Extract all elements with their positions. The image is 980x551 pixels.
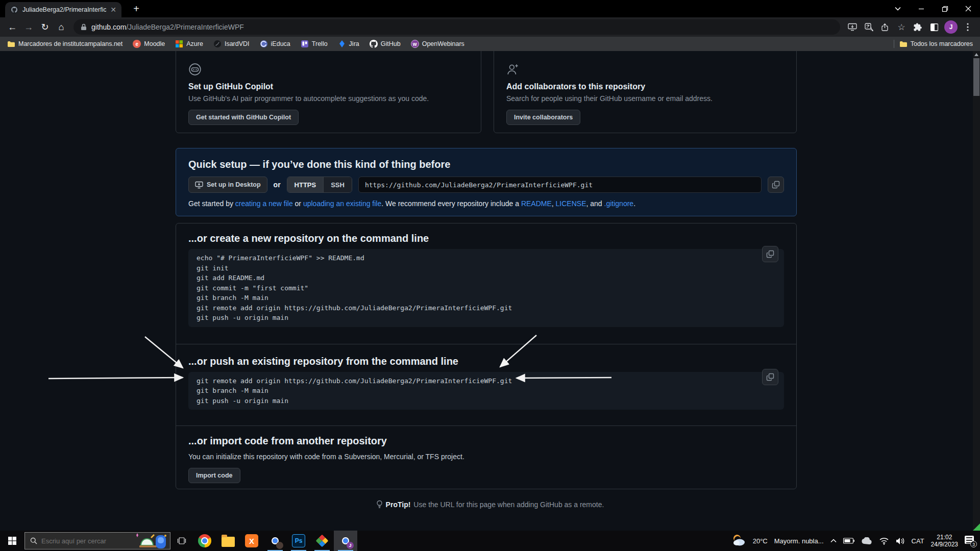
weather-icon[interactable] (732, 535, 746, 547)
push-repo-heading: ...or push an existing repository from t… (188, 355, 784, 368)
onedrive-cloud-icon[interactable] (861, 537, 872, 544)
taskbar-clock[interactable]: 21:02 24/9/2023 (931, 534, 958, 548)
bookmark-item-jira[interactable]: Jira (338, 40, 359, 48)
hint-text: . (633, 199, 635, 208)
weather-temperature[interactable]: 20°C (753, 537, 768, 545)
copy-push-code-button[interactable] (762, 369, 778, 385)
collaborators-card-title: Add collaborators to this repository (506, 82, 784, 91)
lightbulb-icon (376, 500, 383, 509)
all-bookmarks-button[interactable]: Todos los marcadores (899, 40, 973, 48)
share-icon[interactable] (877, 19, 893, 35)
bookmark-item-trello[interactable]: Trello (301, 40, 328, 48)
import-code-button[interactable]: Import code (188, 468, 240, 483)
hint-text: , and (586, 199, 604, 208)
close-window-button[interactable] (957, 0, 980, 17)
copilot-card: Set up GitHub Copilot Use GitHub's AI pa… (176, 51, 481, 133)
page-scrollbar[interactable] (973, 51, 980, 531)
code-line: git init (197, 263, 776, 273)
bookmark-item-azure[interactable]: Azure (175, 40, 203, 48)
profile-avatar[interactable]: J (944, 20, 958, 34)
tab-title: JuliadeBerga2/PrimeraInterficieW (22, 6, 106, 13)
install-icon[interactable] (844, 19, 861, 35)
collaborators-card-description: Search for people using their GitHub use… (506, 94, 784, 103)
taskbar-file-explorer-icon[interactable] (216, 531, 240, 551)
tray-chevron-up-icon[interactable] (830, 539, 837, 543)
taskbar-chrome-profile-j-icon[interactable]: J (334, 531, 357, 551)
repo-url-input[interactable] (358, 177, 762, 193)
back-icon[interactable]: ← (4, 19, 20, 35)
copy-create-code-button[interactable] (762, 246, 778, 262)
license-link[interactable]: LICENSE (556, 199, 586, 208)
gitignore-link[interactable]: .gitignore (604, 199, 634, 208)
menu-kebab-icon[interactable] (960, 19, 976, 35)
start-button[interactable] (0, 531, 24, 551)
side-panel-icon[interactable] (926, 19, 942, 35)
translate-icon[interactable] (861, 19, 877, 35)
create-repo-code-block: echo "# PrimeraInterficieWPF" >> README.… (188, 249, 784, 327)
upload-existing-file-link[interactable]: uploading an existing file (303, 199, 381, 208)
code-line: git branch -M main (197, 386, 776, 396)
address-bar[interactable]: github.com/JuliadeBerga2/PrimeraInterfic… (74, 19, 840, 35)
language-indicator[interactable]: CAT (912, 537, 924, 545)
https-button[interactable]: HTTPS (287, 177, 324, 192)
taskbar-diamond-app-icon[interactable] (310, 531, 334, 551)
setup-in-desktop-button[interactable]: Set up in Desktop (188, 177, 267, 193)
bookmark-label: Trello (312, 40, 328, 47)
reload-icon[interactable]: ↻ (37, 19, 53, 35)
collaborators-card: Add collaborators to this repository Sea… (494, 51, 797, 133)
bookmark-item-marcadores[interactable]: Marcadores de institutcampalans.net (7, 40, 122, 48)
forward-icon[interactable]: → (20, 19, 37, 35)
extensions-puzzle-icon[interactable] (910, 19, 926, 35)
taskbar-photoshop-icon[interactable]: Ps (287, 531, 310, 551)
scrollbar-up-arrow-icon[interactable] (974, 53, 978, 56)
protocol-toggle: HTTPS SSH (287, 177, 352, 193)
scrollbar-corner-indicator (973, 523, 980, 531)
taskbar-xampp-icon[interactable]: X (240, 531, 263, 551)
scrollbar-thumb[interactable] (973, 58, 979, 96)
task-view-button[interactable] (170, 531, 193, 551)
copilot-get-started-button[interactable]: Get started with GitHub Copilot (188, 110, 299, 125)
tab-search-chevron-icon[interactable] (886, 0, 910, 17)
protip-label: ProTip! (386, 500, 411, 509)
person-plus-icon (506, 63, 784, 76)
minimize-button[interactable] (910, 0, 933, 17)
taskbar-chrome-profile2-icon[interactable] (263, 531, 287, 551)
desktop-download-icon (195, 181, 203, 189)
bookmark-item-isardvdi[interactable]: IsardVDI (213, 40, 250, 48)
notification-count-badge: 3 (970, 541, 977, 547)
taskbar-chrome-icon[interactable] (193, 531, 216, 551)
restore-button[interactable] (933, 0, 957, 17)
all-bookmarks-label: Todos los marcadores (911, 40, 973, 47)
new-tab-button[interactable]: + (130, 2, 143, 15)
quick-setup-title: Quick setup — if you’ve done this kind o… (188, 159, 784, 170)
invite-collaborators-button[interactable]: Invite collaborators (506, 110, 580, 125)
readme-link[interactable]: README (521, 199, 552, 208)
bookmark-item-openwebinars[interactable]: w OpenWebinars (411, 40, 464, 48)
url-path: /JuliadeBerga2/PrimeraInterficieWPF (126, 23, 243, 31)
quick-setup-panel: Quick setup — if you’ve done this kind o… (176, 148, 797, 216)
bookmark-item-github[interactable]: GitHub (370, 40, 401, 48)
weather-condition[interactable]: Mayorm. nubla... (774, 537, 824, 545)
browser-tab[interactable]: JuliadeBerga2/PrimeraInterficieW ✕ (5, 2, 121, 17)
copy-url-button[interactable] (768, 177, 784, 193)
github-favicon-icon (10, 6, 18, 14)
taskbar-search-box[interactable] (24, 532, 170, 549)
setup-in-desktop-label: Set up in Desktop (207, 181, 261, 188)
home-icon[interactable]: ⌂ (53, 19, 69, 35)
wifi-icon[interactable] (879, 537, 889, 545)
notification-center-icon[interactable]: 3 (965, 536, 976, 546)
battery-icon[interactable] (843, 538, 854, 544)
search-input[interactable] (41, 537, 131, 545)
volume-icon[interactable] (896, 537, 905, 545)
profile-avatar-badge (276, 542, 283, 549)
bookmark-star-icon[interactable]: ☆ (893, 19, 910, 35)
bookmark-item-ieduca[interactable]: iEduca (260, 40, 290, 48)
tab-close-icon[interactable]: ✕ (110, 6, 116, 13)
create-new-file-link[interactable]: creating a new file (235, 199, 293, 208)
ssh-button[interactable]: SSH (323, 177, 352, 192)
bookmark-label: IsardVDI (225, 40, 250, 47)
code-line: git commit -m "first commit" (197, 283, 776, 293)
bookmarks-bar: Marcadores de institutcampalans.net e Mo… (0, 37, 980, 51)
jira-icon (338, 40, 346, 48)
bookmark-item-moodle[interactable]: e Moodle (133, 40, 165, 48)
